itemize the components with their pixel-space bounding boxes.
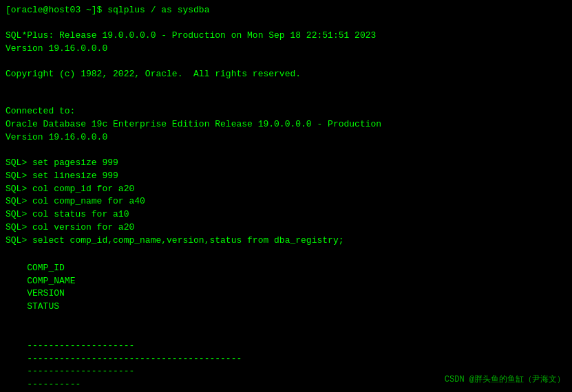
terminal: [oracle@host03 ~]$ sqlplus / as sysdba S… bbox=[0, 0, 572, 392]
cmd-col-status: SQL> col status for a10 bbox=[6, 208, 566, 221]
table-header: COMP_ID COMP_NAME VERSION STATUS bbox=[6, 249, 566, 327]
empty-line-4 bbox=[6, 93, 566, 105]
col-header-version: VERSION bbox=[27, 287, 149, 301]
cmd-pagesize: SQL> set pagesize 999 bbox=[6, 157, 566, 170]
empty-line-2 bbox=[6, 56, 566, 68]
col-header-status: STATUS bbox=[27, 301, 59, 312]
sep-version: -------------------- bbox=[27, 365, 149, 378]
prompt-line: [oracle@host03 ~]$ sqlplus / as sysdba bbox=[6, 4, 566, 17]
col-header-compname: COMP_NAME bbox=[27, 275, 266, 288]
oracle-db-line: Oracle Database 19c Enterprise Edition R… bbox=[6, 118, 566, 131]
watermark: CSDN @胖头鱼的鱼缸（尹海文） bbox=[445, 373, 565, 385]
sep-status: ---------- bbox=[27, 379, 81, 389]
cmd-col-compname: SQL> col comp_name for a40 bbox=[6, 195, 566, 208]
cmd-col-compid: SQL> col comp_id for a20 bbox=[6, 183, 566, 196]
version-line-2: Version 19.16.0.0.0 bbox=[6, 131, 566, 144]
empty-line-5 bbox=[6, 144, 566, 157]
empty-line-3 bbox=[6, 80, 566, 93]
empty-line-1 bbox=[6, 17, 566, 30]
connected-line: Connected to: bbox=[6, 105, 566, 118]
sep-compid: -------------------- bbox=[27, 340, 149, 353]
cmd-select: SQL> select comp_id,comp_name,version,st… bbox=[6, 235, 566, 248]
sep-compname: ---------------------------------------- bbox=[27, 353, 266, 366]
sqlplus-release-line: SQL*Plus: Release 19.0.0.0.0 - Productio… bbox=[6, 30, 566, 43]
copyright-line: Copyright (c) 1982, 2022, Oracle. All ri… bbox=[6, 68, 566, 81]
cmd-linesize: SQL> set linesize 999 bbox=[6, 170, 566, 183]
col-header-compid: COMP_ID bbox=[27, 262, 149, 275]
cmd-col-version: SQL> col version for a20 bbox=[6, 221, 566, 235]
version-line-1: Version 19.16.0.0.0 bbox=[6, 43, 566, 56]
